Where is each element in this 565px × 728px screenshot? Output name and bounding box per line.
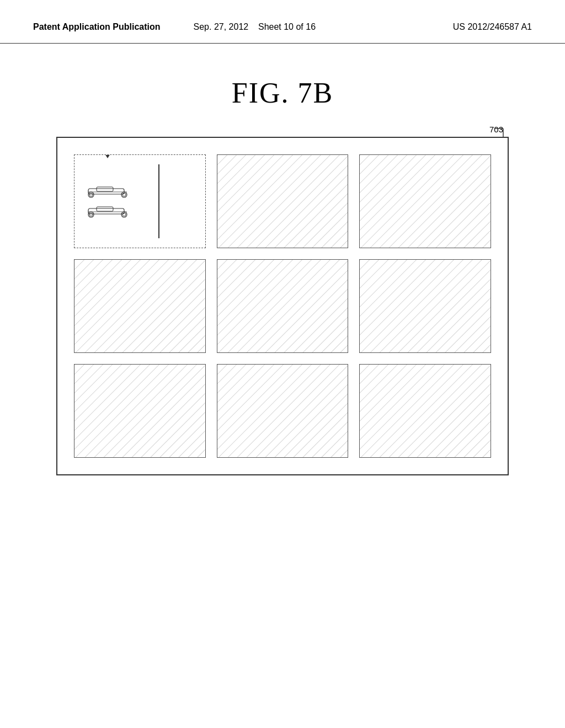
hatch-pattern-3-3 xyxy=(360,365,491,457)
svg-rect-31 xyxy=(217,365,348,457)
grid-cell-2-2 xyxy=(217,259,349,353)
grid-cell-3-2 xyxy=(217,364,349,458)
hatch-pattern-1-2 xyxy=(217,155,348,248)
car-2-icon xyxy=(83,204,132,219)
figure-title: FIG. 7B xyxy=(232,77,333,109)
svg-rect-7 xyxy=(97,187,113,191)
grid-cell-2-1 xyxy=(74,259,206,353)
page-header: Patent Application Publication Sep. 27, … xyxy=(0,0,565,44)
hatch-pattern-2-3 xyxy=(360,260,491,352)
svg-rect-29 xyxy=(74,365,205,457)
date-and-sheet: Sep. 27, 2012 Sheet 10 of 16 xyxy=(194,22,316,32)
svg-rect-27 xyxy=(360,260,491,352)
hatch-pattern-3-2 xyxy=(217,365,348,457)
grid-cell-2-3 xyxy=(359,259,491,353)
cursor-line xyxy=(158,164,159,238)
hatch-pattern-1-3 xyxy=(360,155,491,248)
svg-rect-19 xyxy=(217,155,348,248)
active-cell-content xyxy=(74,155,205,248)
date-label: Sep. 27, 2012 xyxy=(194,22,249,31)
svg-rect-23 xyxy=(74,260,205,352)
page-content: FIG. 7B 703 704 xyxy=(0,44,565,475)
grid-cell-3-3 xyxy=(359,364,491,458)
hatch-pattern-2-2 xyxy=(217,260,348,352)
photo-grid: 704 xyxy=(74,154,491,458)
car-1-icon xyxy=(83,184,132,199)
grid-cell-3-1 xyxy=(74,364,206,458)
grid-cell-1-1: 704 xyxy=(74,154,206,248)
svg-rect-33 xyxy=(360,365,491,457)
sheet-label: Sheet 10 of 16 xyxy=(258,22,316,31)
svg-point-16 xyxy=(89,213,93,216)
svg-rect-25 xyxy=(217,260,348,352)
hatch-pattern-2-1 xyxy=(74,260,205,352)
hatch-pattern-3-1 xyxy=(74,365,205,457)
svg-rect-21 xyxy=(360,155,491,248)
grid-cell-1-2 xyxy=(217,154,349,248)
svg-rect-14 xyxy=(97,207,113,211)
grid-cell-1-3 xyxy=(359,154,491,248)
ref-703-bracket xyxy=(478,126,506,140)
diagram-703: 703 704 xyxy=(56,137,509,475)
car-drawings xyxy=(83,184,132,219)
patent-number: US 2012/246587 A1 xyxy=(453,22,532,32)
svg-point-9 xyxy=(89,193,93,196)
publication-label: Patent Application Publication xyxy=(33,22,161,32)
